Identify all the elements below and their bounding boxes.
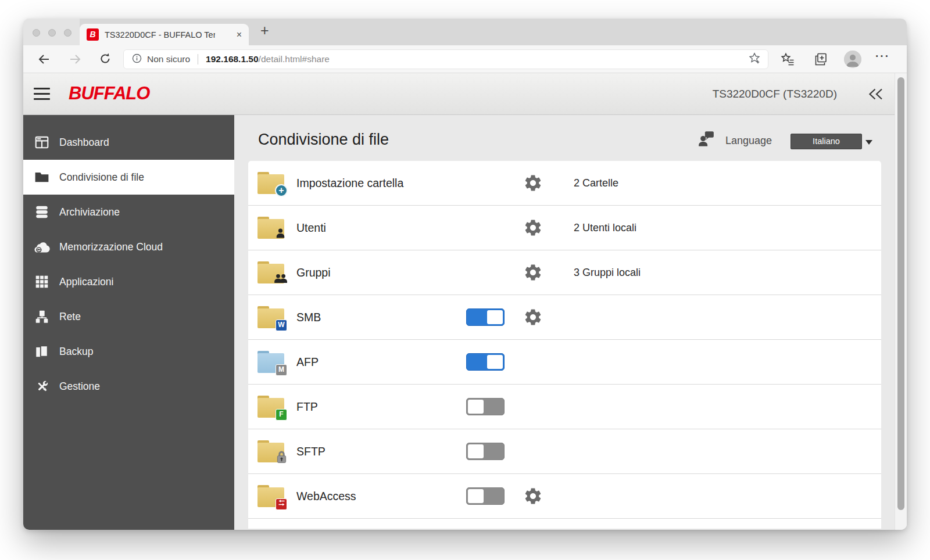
storage-icon [34,204,50,220]
share-row-ftp[interactable]: FFTP [248,385,881,429]
sidebar-item-label: Rete [59,311,81,323]
sidebar-item-label: Dashboard [59,137,109,149]
share-row-gruppi[interactable]: Gruppi3 Gruppi locali [248,250,881,295]
maximize-window-button[interactable] [64,29,71,37]
backup-icon [34,343,50,360]
smb-toggle[interactable] [466,308,505,326]
scrollbar-thumb[interactable] [897,77,904,510]
sftp-toggle[interactable] [466,443,505,460]
new-tab-button[interactable]: + [260,22,269,39]
minimize-window-button[interactable] [48,29,56,37]
row-status: 2 Utenti locali [574,222,636,234]
url-separator [198,54,198,64]
windows-badge-icon: W [276,320,287,331]
add-favorite-icon[interactable] [748,52,761,67]
toggle-knob[interactable] [487,310,503,324]
tab-close-icon[interactable]: × [237,30,242,40]
sidebar-item-backup[interactable]: Backup [23,334,234,369]
row-label: SFTP [296,445,326,458]
reload-icon[interactable] [99,52,113,66]
buffalo-favicon-icon: B [87,28,99,41]
sidebar-item-rete[interactable]: Rete [23,299,234,334]
cloud-icon [34,239,50,255]
page-scrollbar[interactable] [895,73,907,530]
tab-title: TS3220D0CF - BUFFALO Tera [105,30,215,40]
collapse-panel-icon[interactable] [868,88,884,100]
device-name: TS3220D0CF (TS3220D) [713,88,837,100]
hamburger-menu-icon[interactable] [34,88,50,100]
site-info-icon[interactable] [132,53,142,66]
row-status: 2 Cartelle [574,177,618,189]
sidebar-item-condivisione-di-file[interactable]: Condivisione di file [23,160,234,195]
afp-toggle[interactable] [466,353,505,371]
browser-menu-icon[interactable]: ··· [875,50,895,63]
browser-tab[interactable]: B TS3220D0CF - BUFFALO Tera × [80,24,249,45]
sidebar: DashboardCondivisione di fileArchiviazio… [23,115,234,530]
buffalo-logo: BUFFALO [69,83,149,104]
sidebar-item-label: Memorizzazione Cloud [59,241,163,253]
dashboard-icon [34,134,50,150]
language-label: Language [725,135,772,147]
row-label: Utenti [296,221,326,235]
folder-ftp-icon: F [257,396,284,418]
page-title: Condivisione di file [258,131,389,149]
share-row-partial [248,519,881,529]
folder-group-icon [257,261,284,283]
tools-icon [34,378,50,394]
share-row-smb[interactable]: WSMB [248,295,881,340]
share-row-utenti[interactable]: Utenti2 Utenti locali [248,206,881,250]
share-row-webaccess[interactable]: WebAccess [248,474,881,519]
forward-icon[interactable] [68,52,82,66]
share-row-sftp[interactable]: SFTP [248,429,881,474]
folder-webaccess-icon [257,485,284,507]
url-path: /detail.html#share [259,54,330,64]
language-dropdown-arrow-icon[interactable] [865,140,872,145]
folder-smb-icon: W [257,306,284,328]
plus-badge-icon: + [275,184,288,197]
collections-icon[interactable] [813,52,828,67]
gruppi-settings-gear-icon[interactable] [523,263,543,282]
language-icon [697,130,716,150]
sidebar-item-archiviazione[interactable]: Archiviazione [23,195,234,229]
language-select[interactable]: Italiano [791,134,862,149]
sidebar-item-dashboard[interactable]: Dashboard [23,125,234,160]
utenti-settings-gear-icon[interactable] [523,218,543,238]
sidebar-item-label: Archiviazione [59,206,120,218]
close-window-button[interactable] [33,29,40,37]
share-row-afp[interactable]: MAFP [248,340,881,385]
webaccess-settings-gear-icon[interactable] [523,486,543,506]
webaccess-toggle[interactable] [466,487,505,505]
padlock-badge-icon [276,450,287,466]
address-bar[interactable]: Non sicuro 192.168.1.50/detail.html#shar… [123,49,768,69]
toggle-knob[interactable] [468,444,484,458]
sidebar-item-applicazioni[interactable]: Applicazioni [23,264,234,299]
content-panel: Condivisione di file Language Italiano +… [234,115,907,530]
impostazione-cartella-settings-gear-icon[interactable] [523,173,543,193]
toggle-knob[interactable] [468,400,484,414]
toggle-knob[interactable] [468,489,484,503]
row-label: Impostazione cartella [296,177,403,190]
sidebar-item-label: Gestione [59,380,100,393]
folder-icon [34,169,50,185]
network-icon [34,308,50,325]
ftp-badge-icon: F [276,409,287,421]
main-area: DashboardCondivisione di fileArchiviazio… [23,115,907,530]
share-row-impostazione-cartella[interactable]: +Impostazione cartella2 Cartelle [248,161,881,206]
toggle-knob[interactable] [487,355,503,369]
window-controls [23,19,80,45]
group-badge-icon [274,274,288,286]
tab-strip: B TS3220D0CF - BUFFALO Tera × + [23,19,907,45]
ftp-toggle[interactable] [466,398,505,415]
sidebar-item-memorizzazione-cloud[interactable]: Memorizzazione Cloud [23,229,234,264]
mac-badge-icon: M [276,364,287,376]
sidebar-item-label: Backup [59,346,93,358]
smb-settings-gear-icon[interactable] [523,307,543,327]
favorites-icon[interactable] [780,52,795,67]
apps-icon [34,274,50,290]
back-icon[interactable] [37,52,51,66]
folder-add-icon: + [257,172,284,194]
browser-toolbar: Non sicuro 192.168.1.50/detail.html#shar… [23,45,907,73]
sidebar-item-gestione[interactable]: Gestione [23,369,234,404]
transfer-arrows-badge-icon [276,498,287,510]
profile-avatar[interactable] [844,51,861,68]
